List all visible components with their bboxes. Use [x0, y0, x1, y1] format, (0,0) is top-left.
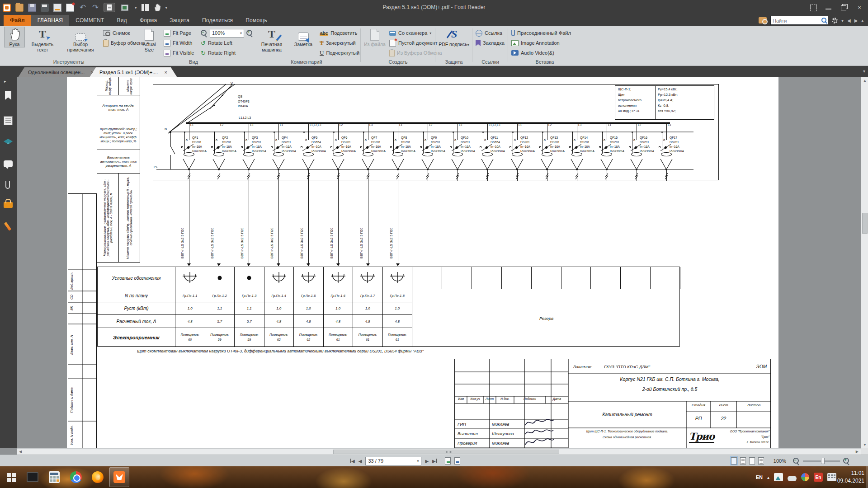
page-number-box[interactable]: 33 / 79▾	[365, 457, 421, 465]
show-desktop-button[interactable]	[866, 466, 868, 488]
vertical-scroll-thumb[interactable]	[862, 213, 868, 234]
previous-view-button[interactable]	[445, 457, 451, 465]
pdf-sign-button[interactable]: PDF подпись▾	[439, 27, 469, 47]
ribbon-tab[interactable]: Поделиться	[196, 15, 239, 26]
bookmarks-panel-icon[interactable]	[4, 91, 13, 100]
document-tab[interactable]: Раздел 5.1 кн1 (ЭОМ)+....×	[90, 67, 177, 77]
redo-icon[interactable]: ↷	[91, 4, 99, 12]
typewriter-button[interactable]: T Печатная машинка	[255, 27, 289, 52]
close-button[interactable]: ×	[852, 2, 867, 14]
cloud-tray-icon[interactable]	[788, 476, 797, 481]
facing-layout-icon[interactable]	[749, 457, 755, 465]
minimize-button[interactable]	[821, 2, 836, 14]
open-file-icon[interactable]	[15, 4, 24, 12]
undo-icon[interactable]: ↶	[79, 4, 87, 12]
from-scanner-button[interactable]: Со сканнера ▾	[389, 28, 442, 38]
zoom-combobox[interactable]: 100%▾	[210, 29, 244, 38]
tab-overflow-icon[interactable]: ▾	[863, 69, 865, 74]
qat-customize-icon[interactable]: ▾	[165, 5, 168, 10]
ribbon-tab[interactable]: Вид	[111, 15, 133, 26]
panel-expander-icon[interactable]: ▸	[4, 79, 6, 84]
security-panel-icon[interactable]	[4, 202, 13, 208]
fit-width-button[interactable]: Fit Width	[164, 38, 194, 48]
zoom-out-icon[interactable]: −	[201, 30, 208, 37]
hand-tool-icon[interactable]	[153, 4, 161, 12]
search-options-caret-icon[interactable]: ▾	[841, 18, 844, 23]
pages-panel-icon[interactable]	[4, 116, 13, 125]
comments-panel-icon[interactable]	[4, 160, 13, 167]
next-view-button[interactable]	[454, 457, 460, 465]
underline-button[interactable]: UПодчеркнутый	[320, 48, 359, 58]
find-next-icon[interactable]: ▶	[854, 18, 858, 23]
hand-button[interactable]: Рука	[5, 27, 24, 47]
measure-panel-icon[interactable]	[4, 222, 11, 231]
app-logo-icon[interactable]	[3, 4, 11, 12]
next-page-button[interactable]: ▶	[425, 459, 429, 464]
language-indicator[interactable]: EN	[756, 474, 763, 480]
email-icon[interactable]	[53, 4, 61, 12]
horizontal-scrollbar[interactable]: ◀ ▶	[17, 448, 861, 455]
previous-page-button[interactable]: ◀	[359, 459, 362, 464]
ribbon-tab[interactable]: Файл	[4, 15, 31, 26]
taskbar-calculator-button[interactable]	[44, 467, 64, 487]
first-page-button[interactable]: ◀	[350, 459, 355, 464]
restore-button[interactable]	[836, 2, 852, 14]
ribbon-tab[interactable]: COMMENT	[69, 15, 110, 26]
scroll-right-icon[interactable]: ▶	[856, 450, 859, 454]
vertical-scrollbar[interactable]: ▲ ▼	[861, 77, 868, 448]
strikeout-button[interactable]: TЗачеркнутый	[320, 38, 359, 48]
from-clipboard-button[interactable]: Из Буфера Обмена	[389, 48, 442, 58]
save-icon[interactable]	[28, 4, 36, 12]
select-annotation-button[interactable]: ➤ Выбор примечания	[61, 27, 100, 52]
link-button[interactable]: Ссылка	[476, 28, 505, 38]
rotate-left-button[interactable]: ↺Rotate Left	[201, 38, 253, 48]
attachments-panel-icon[interactable]	[5, 181, 10, 189]
taskbar-dark-app-button[interactable]	[23, 467, 42, 487]
scroll-up-icon[interactable]: ▲	[861, 79, 868, 83]
keyboard-tray-icon[interactable]	[827, 473, 836, 481]
zoom-slider[interactable]	[803, 460, 840, 462]
ribbon-tab[interactable]: Защита	[163, 15, 196, 26]
view-dropdown-icon[interactable]: ▾	[135, 5, 137, 10]
scroll-left-icon[interactable]: ◀	[19, 450, 22, 454]
search-input[interactable]	[771, 17, 816, 25]
search-folder-icon[interactable]	[759, 17, 767, 23]
highlight-button[interactable]: abcПодсветить	[320, 28, 359, 38]
taskbar-firefox-button[interactable]	[88, 467, 108, 487]
single-page-layout-icon[interactable]	[731, 457, 737, 465]
status-zoom-out-icon[interactable]: −	[793, 458, 800, 465]
pdf-page[interactable]: 40 QS OT40F3 In=40A L1,L2,L3 N PE ЩС-П-1…	[67, 77, 778, 448]
tab-close-icon[interactable]: ×	[164, 70, 167, 75]
single-page-view-button[interactable]	[104, 3, 115, 12]
taskbar-chrome-button[interactable]	[66, 467, 86, 487]
ribbon-tab[interactable]: Помощь	[239, 15, 274, 26]
layers-panel-icon[interactable]	[4, 139, 13, 148]
audio-video-button[interactable]: Audio Video(&)	[511, 48, 571, 58]
color-tray-icon[interactable]	[801, 473, 809, 481]
scroll-down-icon[interactable]: ▼	[861, 443, 868, 447]
print-icon[interactable]	[41, 4, 49, 12]
note-button[interactable]: Заметка	[291, 27, 316, 47]
taskbar-foxit-button[interactable]	[109, 467, 129, 487]
keyboard-layout-badge[interactable]: En	[814, 473, 823, 482]
start-button[interactable]	[1, 467, 21, 487]
multi-page-view-icon[interactable]	[142, 4, 149, 11]
photo-tray-icon[interactable]	[774, 473, 783, 481]
select-text-button[interactable]: T➤ Выделить текст	[26, 27, 59, 52]
horizontal-scroll-thumb[interactable]	[333, 450, 559, 454]
tray-expand-icon[interactable]: ▴	[767, 475, 769, 480]
image-annotation-button[interactable]: Image Annotation	[511, 38, 571, 48]
ribbon-tab[interactable]: ГЛАВНАЯ	[31, 15, 69, 26]
taskbar-clock[interactable]: 11:01 09.04.2021	[837, 469, 864, 485]
status-zoom-in-icon[interactable]: +	[843, 458, 850, 465]
zoom-slider-thumb[interactable]	[821, 458, 825, 464]
find-previous-icon[interactable]: ◀	[847, 18, 851, 23]
fit-visible-button[interactable]: Fit Visible	[164, 48, 194, 58]
fit-page-button[interactable]: Fit Page	[164, 28, 194, 38]
gear-icon[interactable]	[832, 18, 838, 23]
last-page-button[interactable]: ▶	[432, 459, 437, 464]
bookmark-button[interactable]: Закладка	[476, 38, 505, 48]
actual-size-button[interactable]: Actual Size	[137, 27, 161, 52]
continuous-facing-layout-icon[interactable]	[758, 457, 764, 465]
continuous-layout-icon[interactable]	[740, 457, 746, 465]
